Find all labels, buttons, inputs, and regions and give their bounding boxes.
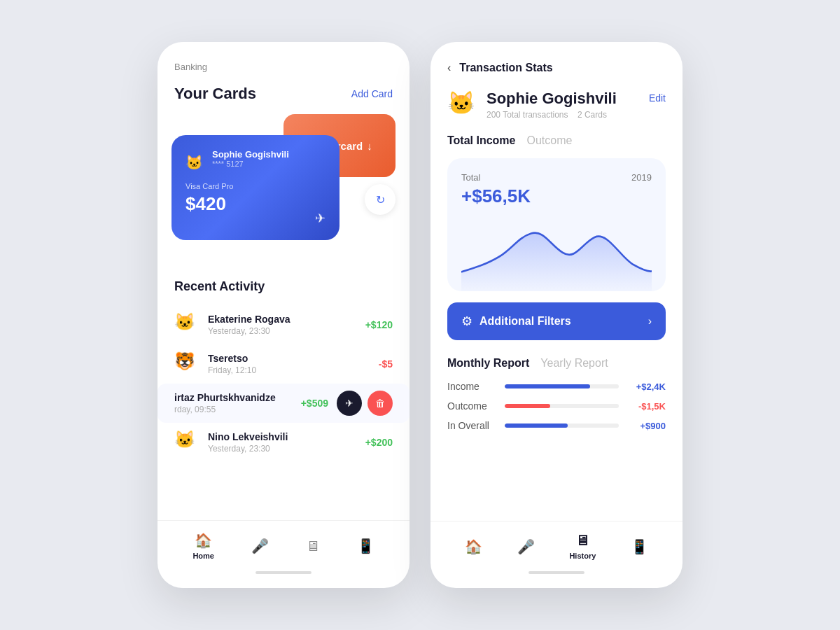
nav-mic[interactable]: 🎤 (251, 538, 269, 554)
right-nav-history[interactable]: 🖥 History (569, 533, 596, 560)
back-button[interactable]: ‹ (447, 62, 451, 74)
filters-icon: ⚙ (461, 314, 472, 329)
user-cards: 2 Cards (578, 110, 607, 120)
activity-item-highlighted: irtaz Phurtskhvanidze rday, 09:55 +$509 … (158, 384, 410, 423)
chart-header: Total 2019 (461, 172, 652, 183)
scroll-indicator (528, 571, 584, 574)
outcome-bar-track (505, 404, 619, 408)
activity-date: Yesterday, 23:30 (208, 444, 357, 454)
activity-info: Ekaterine Rogava Yesterday, 23:30 (208, 314, 357, 336)
activity-avatar: 🐱 (174, 430, 200, 455)
chart-label: Total (461, 172, 480, 183)
visa-card-holder: 🐱 Sophie Gogishvili **** 5127 Visa Card … (172, 135, 340, 240)
overall-label: In Overall (447, 420, 496, 431)
edit-button[interactable]: Edit (649, 90, 666, 104)
income-amount: +$2,4K (627, 382, 666, 392)
user-details: Sophie Gogishvili 200 Total transactions… (486, 90, 617, 120)
outcome-label: Outcome (447, 400, 496, 412)
activity-name: Nino Lekveishvili (208, 431, 357, 442)
phone-icon: 📱 (357, 538, 374, 554)
card-owner-name: Sophie Gogishvili (212, 149, 289, 160)
bottom-navigation: 🏠 Home 🎤 🖥 📱 (158, 520, 410, 563)
refresh-button[interactable]: ↻ (365, 184, 396, 215)
report-row-overall: In Overall +$900 (447, 420, 666, 431)
activity-name: Ekaterine Rogava (208, 314, 357, 325)
right-nav-mic[interactable]: 🎤 (517, 538, 535, 555)
activity-item: 🐱 Nino Lekveishvili Yesterday, 23:30 +$2… (174, 423, 393, 462)
income-label: Income (447, 381, 496, 392)
tab-yearly-report[interactable]: Yearly Report (540, 357, 608, 370)
activity-avatar: 🐯 (174, 351, 200, 377)
activity-name: irtaz Phurtskhvanidze (174, 392, 293, 403)
action-buttons: ✈ 🗑 (337, 391, 393, 416)
nav-phone[interactable]: 📱 (357, 538, 374, 554)
card-send-icon: ✈ (315, 211, 326, 226)
history-icon: 🖥 (575, 533, 589, 549)
report-row-outcome: Outcome -$1,5K (447, 400, 666, 412)
filters-chevron-icon: › (648, 315, 652, 328)
card-number: **** 5127 (212, 160, 289, 168)
activity-info: irtaz Phurtskhvanidze rday, 09:55 (174, 392, 293, 414)
nav-history[interactable]: 🖥 (306, 538, 320, 554)
user-transactions: 200 Total transactions (486, 110, 568, 120)
nav-home[interactable]: 🏠 Home (192, 532, 214, 560)
tab-total-income[interactable]: Total Income (447, 134, 516, 147)
recent-activity-title: Recent Activity (174, 279, 393, 294)
card-name-row: 🐱 Sophie Gogishvili **** 5127 (186, 149, 326, 178)
cards-section-header: Your Cards Add Card (158, 79, 410, 114)
chart-container: Total 2019 +$56,5K (447, 158, 666, 291)
activity-date: Yesterday, 23:30 (208, 326, 357, 336)
filters-left: ⚙ Additional Filters (461, 314, 571, 329)
home-icon: 🏠 (195, 532, 212, 549)
page-title: Transaction Stats (459, 62, 552, 74)
outcome-bar-fill (505, 404, 550, 408)
mastercard-arrow: ↓ (367, 140, 372, 152)
income-bar-track (505, 384, 619, 388)
scroll-indicator (255, 571, 312, 574)
activity-date: Friday, 12:10 (208, 365, 370, 375)
banking-header: Banking (158, 42, 410, 79)
report-tabs: Monthly Report Yearly Report (430, 354, 682, 381)
right-nav-home[interactable]: 🏠 (465, 538, 482, 555)
left-phone-screen: Banking Your Cards Add Card Mastercard ↓… (158, 42, 410, 588)
visa-card[interactable]: 🐱 Sophie Gogishvili **** 5127 Visa Card … (172, 135, 340, 240)
activity-amount: +$509 (301, 398, 328, 409)
nav-home-label: Home (192, 552, 214, 560)
activity-name: Tseretso (208, 353, 370, 364)
cards-title: Your Cards (174, 85, 256, 103)
overall-bar-track (505, 424, 619, 428)
tab-outcome[interactable]: Outcome (527, 134, 573, 147)
overall-bar-fill (505, 424, 568, 428)
add-card-button[interactable]: Add Card (351, 88, 393, 99)
user-section: 🐱 Sophie Gogishvili 200 Total transactio… (430, 84, 682, 132)
right-phone-screen: ‹ Transaction Stats 🐱 Sophie Gogishvili … (430, 42, 682, 588)
history-icon: 🖥 (306, 538, 320, 554)
additional-filters-button[interactable]: ⚙ Additional Filters › (447, 302, 666, 340)
user-name: Sophie Gogishvili (486, 90, 617, 108)
report-rows: Income +$2,4K Outcome -$1,5K In Overall … (430, 381, 682, 431)
activity-amount: -$5 (379, 358, 393, 370)
home-icon: 🏠 (465, 538, 482, 555)
activity-amount: +$120 (365, 319, 393, 330)
delete-button[interactable]: 🗑 (368, 391, 393, 416)
overall-amount: +$900 (627, 421, 666, 431)
tab-monthly-report[interactable]: Monthly Report (447, 357, 529, 370)
activity-avatar: 🐱 (174, 312, 200, 337)
report-row-income: Income +$2,4K (447, 381, 666, 392)
income-tabs: Total Income Outcome (430, 132, 682, 158)
activity-info: Nino Lekveishvili Yesterday, 23:30 (208, 431, 357, 454)
mic-icon: 🎤 (251, 538, 269, 554)
mic-icon: 🎤 (517, 538, 535, 555)
send-button[interactable]: ✈ (337, 391, 362, 416)
nav-history-label: History (569, 552, 596, 560)
chart-year: 2019 (631, 172, 652, 183)
activity-info: Tseretso Friday, 12:10 (208, 353, 370, 375)
right-nav-phone[interactable]: 📱 (631, 538, 648, 555)
top-bar: ‹ Transaction Stats (430, 42, 682, 84)
activity-amount: +$200 (365, 437, 393, 448)
visa-card-label: Visa Card Pro (186, 182, 326, 190)
cards-area: Mastercard ↓ 🐱 Sophie Gogishvili **** 51… (158, 114, 410, 268)
outcome-amount: -$1,5K (627, 401, 666, 412)
user-meta: 200 Total transactions 2 Cards (486, 110, 617, 120)
recent-activity-section: Recent Activity 🐱 Ekaterine Rogava Yeste… (158, 268, 410, 462)
